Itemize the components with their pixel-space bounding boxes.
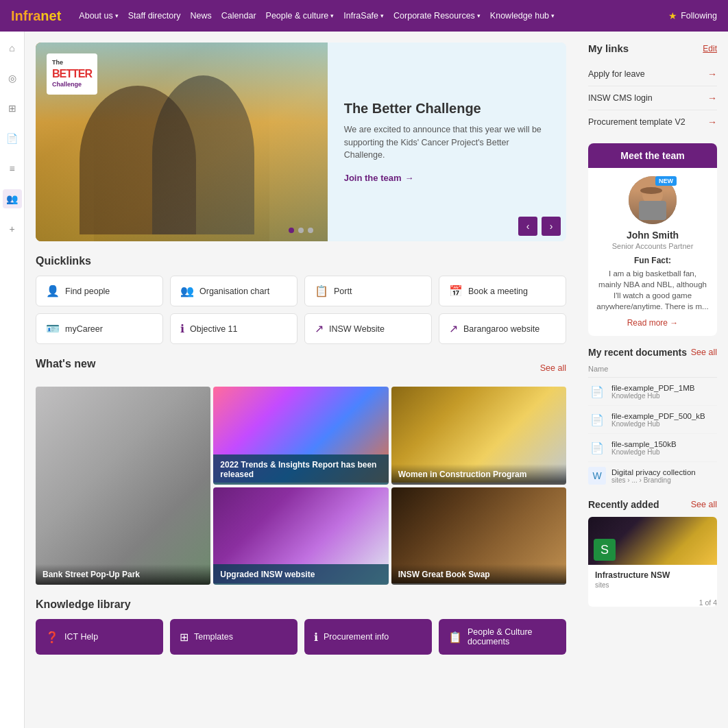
mylink-apply-leave[interactable]: Apply for leave → — [588, 62, 717, 86]
sidebar-globe-icon[interactable]: ◎ — [3, 69, 22, 88]
my-links-list: Apply for leave → INSW CMS login → Procu… — [588, 62, 717, 134]
doc-info-1: file-example_PDF_1MB Knowledge Hub — [611, 384, 717, 400]
knowledge-people-docs[interactable]: 📋 People & Culture documents — [439, 619, 566, 655]
my-links-edit[interactable]: Edit — [703, 44, 717, 53]
nav-knowledge[interactable]: Knowledge hub ▾ — [490, 11, 555, 21]
news-item-book-swap[interactable]: INSW Great Book Swap — [391, 487, 566, 585]
recent-docs-title: My recent documents — [588, 347, 687, 358]
quicklink-find-people[interactable]: 👤 Find people — [36, 276, 163, 306]
recently-added-name: Infrastructure NSW — [595, 570, 710, 580]
sidebar-list-icon[interactable]: ≡ — [3, 159, 22, 178]
knowledge-procurement[interactable]: ℹ Procurement info — [304, 619, 432, 655]
quicklink-barangaroo[interactable]: ↗ Barangaroo website — [439, 313, 566, 344]
nav-infrasafe[interactable]: InfraSafe ▾ — [343, 11, 384, 21]
fun-fact-text: I am a big basketball fan, mainly NBA an… — [596, 268, 709, 312]
pdf-icon-1: 📄 — [588, 383, 606, 400]
recently-added-title: Recently added — [588, 499, 659, 510]
hero-logo-challenge: Challenge — [52, 81, 92, 89]
top-navigation: Infranet About us ▾ Staff directory News… — [0, 0, 728, 32]
nav-people-culture[interactable]: People & culture ▾ — [266, 11, 335, 21]
arrow-right-icon: → — [707, 93, 717, 104]
sharepoint-icon: S — [594, 539, 616, 561]
meet-team-header[interactable]: Meet the team — [588, 143, 717, 168]
sidebar-document-icon[interactable]: 📄 — [3, 129, 22, 148]
knowledge-library-title: Knowledge library — [36, 598, 566, 611]
following-button[interactable]: ★ Following — [668, 10, 717, 21]
news-label-construction: Women in Construction Program — [391, 464, 566, 485]
recently-added-card[interactable]: S Infrastructure NSW sites 1 of 4 — [588, 517, 717, 607]
doc-source-1: Knowledge Hub — [611, 392, 717, 400]
my-links-title: My links — [588, 43, 629, 54]
whats-new-see-all[interactable]: See all — [540, 363, 566, 373]
news-item-bank-street[interactable]: Bank Street Pop-Up Park — [36, 387, 210, 585]
nav-calendar[interactable]: Calendar — [221, 11, 256, 21]
mylink-insw-cms[interactable]: INSW CMS login → — [588, 86, 717, 110]
people-docs-icon: 📋 — [448, 631, 462, 644]
recently-added-see-all[interactable]: See all — [691, 500, 717, 509]
ict-icon: ❓ — [45, 631, 59, 644]
news-item-insw-website[interactable]: Upgraded INSW website — [213, 487, 388, 585]
hero-logo-better: BETTER — [52, 67, 92, 82]
quicklink-objective[interactable]: ℹ Objective 11 — [170, 313, 298, 344]
logo[interactable]: Infranet — [11, 8, 61, 24]
recently-added-source: sites — [595, 581, 710, 589]
doc-info-2: file-example_PDF_500_kB Knowledge Hub — [611, 412, 717, 428]
avatar-container: NEW — [629, 176, 677, 224]
news-label-book-swap: INSW Great Book Swap — [391, 564, 566, 585]
doc-col-name: Name — [588, 365, 717, 378]
doc-item-1[interactable]: 📄 file-example_PDF_1MB Knowledge Hub — [588, 378, 717, 406]
doc-source-3: Knowledge Hub — [611, 448, 717, 456]
sidebar-home-icon[interactable]: ⌂ — [3, 38, 22, 58]
objective-icon: ℹ — [180, 322, 184, 335]
sidebar-grid-icon[interactable]: ⊞ — [3, 99, 22, 118]
doc-name-3: file-sample_150kB — [611, 440, 717, 448]
nav-corporate[interactable]: Corporate Resources ▾ — [393, 11, 481, 21]
word-icon-1: W — [588, 467, 606, 485]
news-label-bank-street: Bank Street Pop-Up Park — [36, 564, 210, 585]
meet-team-body: NEW John Smith Senior Accounts Partner F… — [588, 168, 717, 336]
recently-added-image: S — [588, 517, 717, 565]
knowledge-templates[interactable]: ⊞ Templates — [170, 619, 298, 655]
hero-prev-button[interactable]: ‹ — [518, 217, 537, 236]
nav-about[interactable]: About us ▾ — [79, 11, 118, 21]
star-icon: ★ — [668, 10, 677, 21]
news-item-construction[interactable]: Women in Construction Program — [391, 387, 566, 485]
recent-docs-see-all[interactable]: See all — [691, 348, 717, 357]
quicklink-mycareer[interactable]: 🪪 myCareer — [36, 313, 163, 344]
doc-info-4: Digital privacy collection sites › ... ›… — [611, 468, 717, 484]
news-item-trends[interactable]: 2022 Trends & Insights Report has been r… — [213, 387, 388, 485]
sidebar-people-icon[interactable]: 👥 — [3, 189, 22, 208]
hero-dot-3[interactable] — [308, 228, 313, 233]
pdf-icon-2: 📄 — [588, 411, 606, 428]
person-name: John Smith — [596, 230, 709, 241]
logo-part1: Infra — [11, 8, 40, 23]
quicklink-insw-website[interactable]: ↗ INSW Website — [304, 313, 432, 344]
knowledge-ict-help[interactable]: ❓ ICT Help — [36, 619, 163, 655]
read-more-link[interactable]: Read more → — [627, 318, 679, 328]
nav-staff-directory[interactable]: Staff directory — [128, 11, 181, 21]
main-content: The BETTER Challenge The Better Challeng… — [25, 32, 577, 728]
hero-join-link[interactable]: Join the team → — [344, 173, 550, 183]
sidebar-add-icon[interactable]: + — [3, 219, 22, 239]
hero-next-button[interactable]: › — [542, 217, 561, 236]
recently-added-pagination: 1 of 4 — [588, 598, 717, 607]
doc-item-3[interactable]: 📄 file-sample_150kB Knowledge Hub — [588, 434, 717, 462]
hero-dot-1[interactable] — [289, 228, 294, 233]
quicklink-book-meeting[interactable]: 📅 Book a meeting — [439, 276, 566, 306]
mylink-procurement-template[interactable]: Procurement template V2 → — [588, 110, 717, 134]
doc-item-4[interactable]: W Digital privacy collection sites › ...… — [588, 462, 717, 489]
doc-name-1: file-example_PDF_1MB — [611, 384, 717, 392]
arrow-right-icon: → — [707, 117, 717, 128]
insw-link-icon: ↗ — [315, 322, 324, 335]
hero-dot-2[interactable] — [298, 228, 304, 233]
barangaroo-link-icon: ↗ — [449, 322, 458, 335]
quicklinks-section: Quicklinks 👤 Find people 👥 Organisation … — [36, 255, 566, 344]
nav-news[interactable]: News — [191, 11, 212, 21]
hero-text-area: The Better Challenge We are excited to a… — [328, 43, 566, 241]
quicklink-org-chart[interactable]: 👥 Organisation chart — [170, 276, 298, 306]
doc-item-2[interactable]: 📄 file-example_PDF_500_kB Knowledge Hub — [588, 406, 717, 434]
following-label: Following — [681, 11, 717, 21]
recent-docs-section: My recent documents See all Name 📄 file-… — [588, 347, 717, 489]
quicklink-portt[interactable]: 📋 Portt — [304, 276, 432, 306]
recent-docs-header: My recent documents See all — [588, 347, 717, 358]
